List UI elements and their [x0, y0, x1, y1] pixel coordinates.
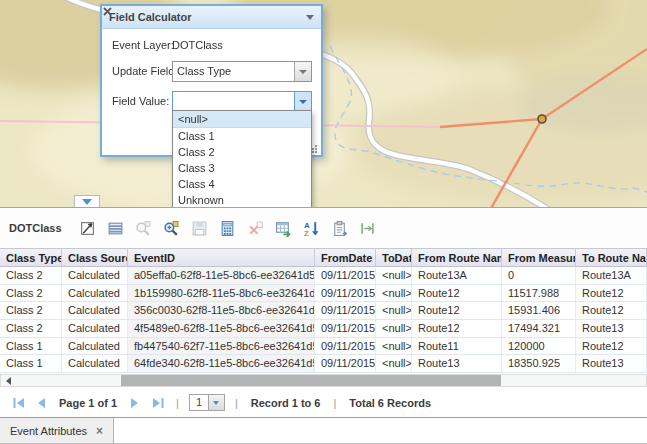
basemap — [0, 0, 647, 207]
table-cell: 120000 — [502, 338, 576, 355]
close-icon[interactable]: × — [96, 426, 103, 436]
table-cell: Class 2 — [0, 320, 62, 337]
record-range-label: Record 1 to 6 — [251, 397, 321, 409]
dropdown-option[interactable]: Unknown — [173, 192, 311, 207]
update-field-dropdown-button[interactable] — [294, 62, 311, 81]
zoom-to-selected-icon — [132, 216, 156, 240]
field-value-label: Field Value: — [112, 95, 169, 107]
save-icon — [188, 216, 212, 240]
table-cell: 09/11/2015 — [315, 338, 376, 355]
field-value-value — [173, 92, 294, 111]
attribute-set-icon[interactable] — [272, 216, 296, 240]
table-cell: Route11 — [412, 338, 502, 355]
dropdown-option[interactable]: Class 3 — [173, 160, 311, 176]
table-cell: <null> — [376, 338, 412, 355]
table-row[interactable]: Class 2Calculated4f5489e0-62f8-11e5-8bc6… — [0, 320, 647, 338]
next-page-button[interactable] — [127, 396, 143, 410]
table-cell: Route12 — [576, 338, 647, 355]
table-cell: 11517.988 — [502, 285, 576, 302]
separator: | — [235, 397, 238, 409]
table-cell: Route12 — [412, 302, 502, 319]
field-value-dropdown-list: <null>Class 1Class 2Class 3Class 4Unknow… — [172, 110, 312, 207]
column-header[interactable]: From Measure — [502, 249, 576, 266]
map-canvas[interactable]: Field Calculator Event Layer: DOTClass U… — [0, 0, 647, 207]
table-cell: 09/11/2015 — [315, 355, 376, 372]
resize-columns-icon[interactable] — [356, 216, 380, 240]
column-header[interactable]: To Route Name — [576, 249, 647, 266]
dropdown-option[interactable]: Class 2 — [173, 144, 311, 160]
update-field-combo[interactable]: Class Type — [172, 61, 312, 82]
table-cell: <null> — [376, 355, 412, 372]
horizontal-scrollbar[interactable] — [0, 374, 647, 387]
page-number-select[interactable]: 1 — [189, 394, 225, 411]
column-header[interactable]: EventID — [128, 249, 315, 266]
select-features-icon[interactable] — [76, 216, 100, 240]
table-cell: Calculated — [62, 302, 128, 319]
scroll-left-icon[interactable] — [6, 377, 11, 385]
attribute-toolbar: DOTClass AZ — [0, 208, 647, 248]
first-page-button[interactable] — [10, 396, 26, 410]
column-header[interactable]: Class Type — [0, 249, 62, 266]
total-records-label: Total 6 Records — [349, 397, 431, 409]
table-cell: Calculated — [62, 267, 128, 284]
table-row[interactable]: Class 1Calculatedfb447540-62f7-11e5-8bc6… — [0, 338, 647, 356]
svg-text:Z: Z — [304, 228, 309, 236]
panel-collapse-button[interactable] — [74, 195, 100, 207]
page-label: Page 1 of 1 — [59, 397, 117, 409]
event-editor-app: Field Calculator Event Layer: DOTClass U… — [0, 0, 647, 444]
copy-icon[interactable] — [328, 216, 352, 240]
event-layer-value: DOTClass — [172, 39, 223, 51]
dropdown-option[interactable]: <null> — [173, 111, 311, 128]
scrollbar-thumb[interactable] — [121, 375, 501, 386]
chevron-down-icon — [213, 401, 219, 405]
chevron-down-icon — [299, 70, 307, 74]
tab-event-attributes[interactable]: Event Attributes × — [0, 418, 114, 443]
table-cell: 1b159980-62f8-11e5-8bc6-ee32641d5ec9 — [128, 285, 315, 302]
bottom-tab-bar: Event Attributes × — [0, 417, 647, 444]
table-cell: Class 2 — [0, 302, 62, 319]
table-cell: 15931.406 — [502, 302, 576, 319]
table-row[interactable]: Class 1Calculated64fde340-62f8-11e5-8bc6… — [0, 355, 647, 373]
table-row[interactable]: Class 2Calculated356c0030-62f8-11e5-8bc6… — [0, 302, 647, 320]
table-cell: Route13 — [412, 355, 502, 372]
update-field-value: Class Type — [173, 62, 294, 81]
column-header[interactable]: From Route Name — [412, 249, 502, 266]
sort-icon[interactable]: AZ — [300, 216, 324, 240]
table-cell: 356c0030-62f8-11e5-8bc6-ee32641d5ec9 — [128, 302, 315, 319]
table-cell: a05effa0-62f8-11e5-8bc6-ee32641d5ec9 — [128, 267, 315, 284]
layer-name-label: DOTClass — [9, 222, 62, 234]
separator: | — [176, 397, 179, 409]
selected-records-icon[interactable] — [104, 216, 128, 240]
update-field-label: Update Field: — [112, 65, 177, 77]
previous-page-button[interactable] — [33, 396, 49, 410]
close-icon[interactable] — [102, 6, 113, 17]
field-value-combo[interactable] — [172, 91, 312, 112]
table-cell: Calculated — [62, 355, 128, 372]
table-cell: Route12 — [576, 285, 647, 302]
zoom-to-features-icon[interactable] — [160, 216, 184, 240]
page-number-dropdown-button[interactable] — [209, 394, 225, 411]
column-header[interactable]: FromDate — [315, 249, 376, 266]
column-header[interactable]: Class Source — [62, 249, 128, 266]
column-header[interactable]: ToDate — [376, 249, 412, 266]
chevron-down-icon — [299, 100, 307, 104]
last-page-button[interactable] — [150, 396, 166, 410]
collapse-dialog-icon[interactable] — [306, 15, 314, 20]
dropdown-option[interactable]: Class 1 — [173, 128, 311, 144]
table-cell: Route12 — [576, 302, 647, 319]
field-calculator-icon[interactable] — [216, 216, 240, 240]
field-value-dropdown-button[interactable] — [294, 92, 311, 111]
table-cell: Class 1 — [0, 355, 62, 372]
table-cell: Class 2 — [0, 285, 62, 302]
junction-marker[interactable] — [538, 115, 546, 123]
table-row[interactable]: Class 2Calculated1b159980-62f8-11e5-8bc6… — [0, 285, 647, 303]
table-cell: Class 2 — [0, 267, 62, 284]
table-cell: 64fde340-62f8-11e5-8bc6-ee32641d5ec9 — [128, 355, 315, 372]
page-number-value[interactable]: 1 — [189, 394, 209, 411]
table-cell: Calculated — [62, 338, 128, 355]
dropdown-option[interactable]: Class 4 — [173, 176, 311, 192]
table-header-row: Class TypeClass SourceEventIDFromDateToD… — [0, 248, 647, 267]
table-cell: Route12 — [412, 320, 502, 337]
table-row[interactable]: Class 2Calculateda05effa0-62f8-11e5-8bc6… — [0, 267, 647, 285]
dialog-titlebar[interactable]: Field Calculator — [102, 6, 321, 29]
